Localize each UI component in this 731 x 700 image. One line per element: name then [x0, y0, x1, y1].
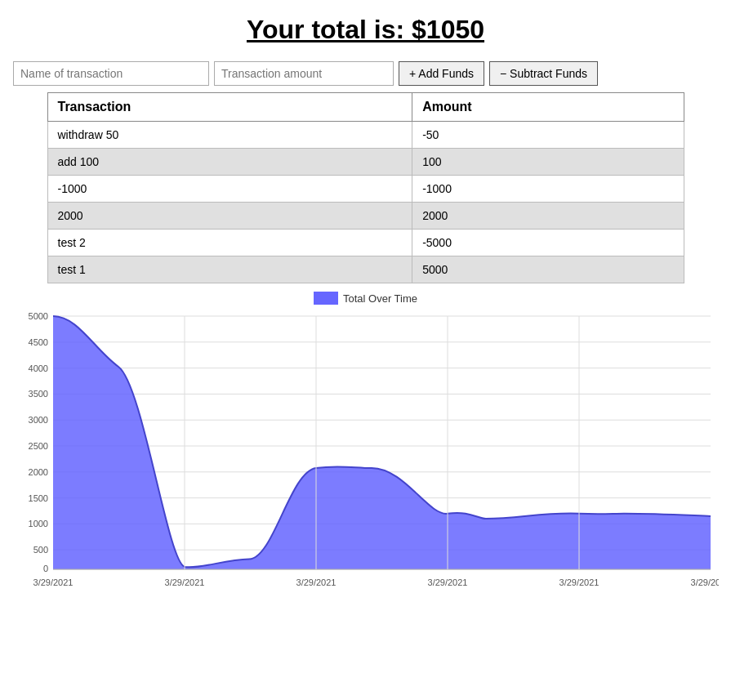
- table-row: 20002000: [47, 203, 684, 230]
- cell-amount: -5000: [412, 230, 684, 256]
- transactions-table: Transaction Amount withdraw 50-50add 100…: [47, 92, 684, 283]
- chart-svg: 5000 4500 4000 3500 3000 2500 2000 1500 …: [12, 308, 719, 602]
- svg-text:1500: 1500: [29, 493, 48, 503]
- table-row: test 15000: [47, 256, 684, 283]
- cell-transaction: test 1: [47, 256, 412, 283]
- cell-amount: 5000: [412, 256, 684, 283]
- cell-transaction: test 2: [47, 230, 412, 256]
- add-funds-button[interactable]: + Add Funds: [399, 61, 484, 86]
- header-section: Your total is: $1050: [0, 0, 731, 55]
- cell-amount: -1000: [412, 176, 684, 203]
- transaction-amount-input[interactable]: [214, 61, 394, 86]
- cell-transaction: -1000: [47, 176, 412, 203]
- col-transaction: Transaction: [47, 93, 412, 122]
- table-row: withdraw 50-50: [47, 122, 684, 149]
- cell-transaction: add 100: [47, 149, 412, 176]
- svg-text:4000: 4000: [29, 363, 48, 373]
- table-row: add 100100: [47, 149, 684, 176]
- svg-text:5000: 5000: [29, 311, 48, 321]
- cell-amount: 100: [412, 149, 684, 176]
- svg-text:3/29/2021: 3/29/2021: [428, 577, 468, 587]
- svg-text:3/29/2021: 3/29/2021: [165, 577, 205, 587]
- chart-container: Total Over Time 5000 4500: [12, 292, 719, 602]
- svg-text:4500: 4500: [29, 337, 48, 347]
- legend-label: Total Over Time: [343, 292, 417, 305]
- svg-text:1000: 1000: [29, 519, 48, 528]
- cell-amount: 2000: [412, 203, 684, 230]
- table-row: test 2-5000: [47, 230, 684, 256]
- chart-section: Total Over Time 5000 4500: [0, 283, 731, 602]
- svg-text:500: 500: [33, 545, 48, 555]
- svg-text:2500: 2500: [29, 441, 48, 451]
- legend-color-box: [314, 292, 338, 305]
- svg-text:3500: 3500: [29, 389, 48, 399]
- subtract-funds-button[interactable]: − Subtract Funds: [489, 61, 598, 86]
- total-title: Your total is: $1050: [8, 15, 723, 45]
- svg-text:0: 0: [43, 564, 48, 573]
- svg-text:3/29/2021: 3/29/2021: [296, 577, 337, 587]
- transaction-name-input[interactable]: [13, 61, 209, 86]
- table-section: Transaction Amount withdraw 50-50add 100…: [0, 92, 731, 283]
- cell-transaction: withdraw 50: [47, 122, 412, 149]
- cell-amount: -50: [412, 122, 684, 149]
- svg-text:3000: 3000: [29, 415, 48, 425]
- cell-transaction: 2000: [47, 203, 412, 230]
- controls-row: + Add Funds − Subtract Funds: [0, 55, 731, 92]
- svg-text:2000: 2000: [29, 467, 48, 477]
- svg-text:3/29/2021: 3/29/2021: [559, 577, 600, 587]
- svg-text:3/29/2021: 3/29/2021: [691, 577, 719, 587]
- table-row: -1000-1000: [47, 176, 684, 203]
- svg-text:3/29/2021: 3/29/2021: [33, 577, 74, 587]
- chart-legend: Total Over Time: [12, 292, 719, 305]
- col-amount: Amount: [412, 93, 684, 122]
